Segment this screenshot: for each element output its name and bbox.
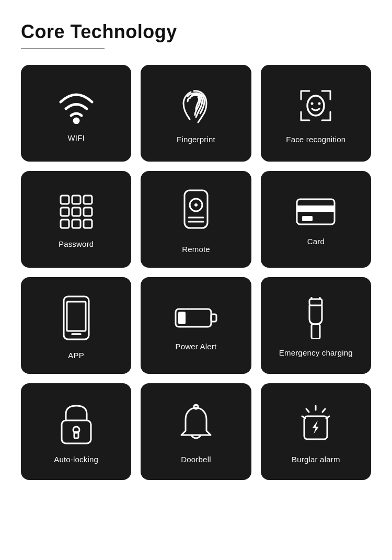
wifi-icon xyxy=(55,87,97,124)
svg-rect-7 xyxy=(61,208,69,216)
svg-rect-22 xyxy=(67,302,86,331)
card-remote: Remote xyxy=(141,171,251,268)
svg-point-2 xyxy=(311,102,314,105)
svg-rect-8 xyxy=(72,208,80,216)
svg-rect-5 xyxy=(72,196,80,204)
svg-point-0 xyxy=(74,118,79,123)
svg-rect-26 xyxy=(178,312,186,324)
card-burglar-alarm: Burglar alarm xyxy=(261,383,371,480)
card-doorbell: Doorbell xyxy=(141,383,251,480)
svg-point-15 xyxy=(194,203,198,207)
face-recognition-icon xyxy=(296,86,336,125)
svg-line-38 xyxy=(306,409,309,412)
power-alert-icon xyxy=(174,304,218,333)
card-face-recognition: Face recognition xyxy=(261,65,371,162)
card-icon xyxy=(295,196,337,227)
remote-label: Remote xyxy=(182,245,210,254)
card-label: Card xyxy=(307,237,325,246)
page-title: Core Technology xyxy=(21,21,371,43)
svg-rect-6 xyxy=(84,196,92,204)
card-app: APP xyxy=(21,277,131,374)
auto-locking-label: Auto-locking xyxy=(54,455,98,464)
wifi-label: WIFI xyxy=(67,133,84,142)
password-label: Password xyxy=(59,239,94,248)
svg-rect-20 xyxy=(302,216,313,221)
svg-rect-27 xyxy=(309,299,322,305)
card-card: Card xyxy=(261,171,371,268)
svg-line-37 xyxy=(322,409,325,412)
burglar-alarm-label: Burglar alarm xyxy=(292,455,340,464)
password-icon xyxy=(56,193,96,230)
card-wifi: WIFI xyxy=(21,65,131,162)
face-recognition-label: Face recognition xyxy=(286,135,345,144)
card-power-alert: Power Alert xyxy=(141,277,251,374)
feature-grid: WIFI Fingerprint xyxy=(21,65,371,480)
power-alert-label: Power Alert xyxy=(176,342,217,351)
svg-point-1 xyxy=(307,96,324,116)
burglar-alarm-icon xyxy=(295,403,337,445)
svg-point-34 xyxy=(194,405,198,409)
svg-rect-25 xyxy=(211,314,216,322)
auto-locking-icon xyxy=(59,403,94,445)
title-underline xyxy=(21,48,105,49)
doorbell-icon xyxy=(177,403,215,445)
app-icon xyxy=(61,294,92,341)
svg-rect-12 xyxy=(84,220,92,228)
svg-rect-4 xyxy=(61,196,69,204)
card-auto-locking: Auto-locking xyxy=(21,383,131,480)
doorbell-label: Doorbell xyxy=(181,455,211,464)
card-emergency-charging: Emergency charging xyxy=(261,277,371,374)
svg-rect-9 xyxy=(84,208,92,216)
emergency-charging-icon xyxy=(296,297,336,339)
fingerprint-label: Fingerprint xyxy=(177,135,215,144)
card-password: Password xyxy=(21,171,131,268)
emergency-charging-label: Emergency charging xyxy=(279,348,353,357)
svg-rect-30 xyxy=(312,324,320,339)
svg-point-3 xyxy=(318,102,321,105)
remote-icon xyxy=(180,188,212,235)
svg-rect-19 xyxy=(297,205,335,212)
svg-rect-10 xyxy=(61,220,69,228)
app-label: APP xyxy=(68,351,84,360)
fingerprint-icon xyxy=(176,86,216,125)
svg-rect-11 xyxy=(72,220,80,228)
card-fingerprint: Fingerprint xyxy=(141,65,251,162)
